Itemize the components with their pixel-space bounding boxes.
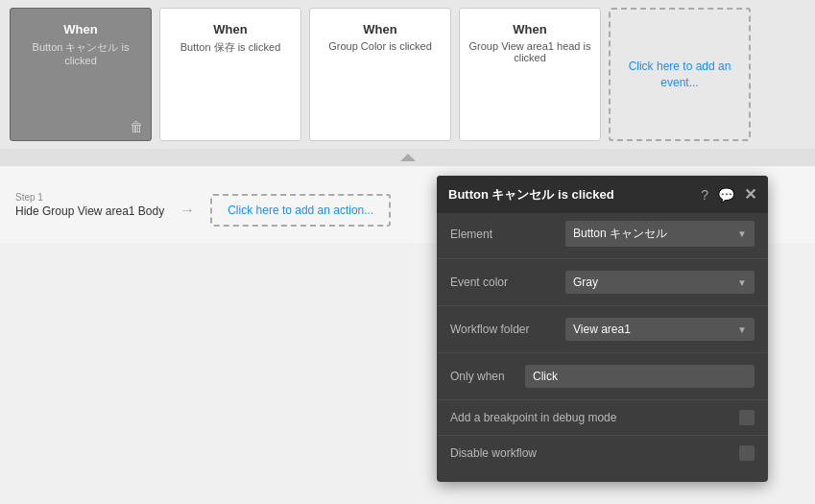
panel-title: Button キャンセル is clicked	[448, 186, 614, 204]
event-card-2-subtitle: Button 保存 is clicked	[180, 40, 281, 55]
event-card-1-subtitle: Button キャンセル is clicked	[18, 40, 143, 66]
element-value: Button キャンセル	[573, 226, 667, 242]
panel-header: Button キャンセル is clicked ? 💬 ✕	[437, 176, 768, 213]
events-bar: When Button キャンセル is clicked 🗑 When Butt…	[0, 0, 815, 149]
event-color-label: Event color	[450, 276, 556, 289]
only-when-value[interactable]: Click	[525, 365, 755, 388]
add-event-label: Click here to add an event...	[618, 59, 741, 91]
breakpoint-label: Add a breakpoint in debug mode	[450, 411, 616, 424]
close-icon[interactable]: ✕	[744, 185, 756, 204]
event-card-1[interactable]: When Button キャンセル is clicked 🗑	[10, 8, 152, 141]
event-card-4-subtitle: Group View area1 head is clicked	[467, 40, 592, 63]
divider-4	[437, 399, 768, 400]
event-color-row: Event color Gray ▼	[437, 263, 768, 301]
divider-2	[437, 305, 768, 306]
event-card-4-top: When Group View area1 head is clicked	[467, 16, 592, 134]
event-color-select[interactable]: Gray ▼	[565, 271, 755, 294]
element-select[interactable]: Button キャンセル ▼	[565, 221, 755, 247]
event-card-3-subtitle: Group Color is clicked	[328, 40, 432, 52]
breakpoint-row: Add a breakpoint in debug mode	[437, 404, 768, 431]
event-card-2-title: When	[213, 22, 247, 36]
workflow-folder-select[interactable]: View area1 ▼	[565, 318, 755, 341]
event-card-1-title: When	[63, 22, 97, 36]
event-card-3-title: When	[363, 22, 396, 36]
only-when-label: Only when	[450, 370, 517, 383]
scroll-chevron-icon	[400, 154, 416, 161]
add-event-card[interactable]: Click here to add an event...	[609, 8, 751, 141]
event-card-2-top: When Button 保存 is clicked	[168, 16, 293, 134]
event-card-4[interactable]: When Group View area1 head is clicked	[459, 8, 601, 141]
panel-header-icons: ? 💬 ✕	[701, 185, 756, 204]
divider-5	[437, 435, 768, 436]
step-arrow-icon: →	[180, 202, 195, 219]
step-label: Step 1	[15, 192, 164, 203]
scroll-indicator	[0, 149, 815, 166]
workflow-folder-row: Workflow folder View area1 ▼	[437, 310, 768, 348]
event-color-value: Gray	[573, 276, 598, 289]
divider-1	[437, 258, 768, 259]
trash-icon[interactable]: 🗑	[130, 119, 143, 134]
disable-workflow-row: Disable workflow	[437, 440, 768, 467]
breakpoint-checkbox[interactable]	[739, 410, 755, 425]
event-card-3[interactable]: When Group Color is clicked	[309, 8, 451, 141]
event-settings-panel: Button キャンセル is clicked ? 💬 ✕ Element Bu…	[437, 176, 768, 482]
event-card-1-top: When Button キャンセル is clicked	[18, 16, 143, 119]
help-icon[interactable]: ?	[701, 187, 708, 203]
event-card-3-top: When Group Color is clicked	[318, 16, 443, 134]
workflow-folder-value: View area1	[573, 323, 631, 336]
step-1: Step 1 Hide Group View area1 Body	[15, 192, 164, 218]
comment-icon[interactable]: 💬	[718, 187, 734, 203]
element-dropdown-arrow: ▼	[737, 228, 747, 239]
disable-workflow-checkbox[interactable]	[739, 445, 755, 461]
workflow-folder-label: Workflow folder	[450, 323, 556, 336]
disable-workflow-label: Disable workflow	[450, 446, 537, 460]
element-row: Element Button キャンセル ▼	[437, 213, 768, 254]
event-color-dropdown-arrow: ▼	[737, 277, 747, 288]
only-when-row: Only when Click	[437, 357, 768, 396]
element-label: Element	[450, 228, 556, 241]
event-card-1-bottom: 🗑	[18, 119, 143, 134]
divider-3	[437, 352, 768, 353]
add-action-button[interactable]: Click here to add an action...	[210, 194, 391, 227]
event-card-2[interactable]: When Button 保存 is clicked	[159, 8, 301, 141]
event-card-4-title: When	[513, 22, 546, 36]
step-action[interactable]: Hide Group View area1 Body	[15, 204, 164, 218]
workflow-folder-dropdown-arrow: ▼	[737, 324, 747, 335]
